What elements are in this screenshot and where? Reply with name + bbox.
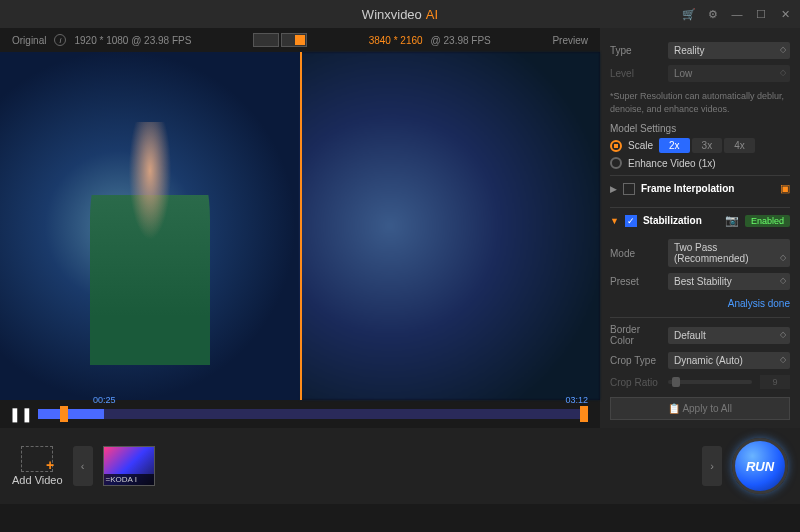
output-resolution: 3840 * 2160: [369, 35, 423, 46]
info-icon[interactable]: i: [54, 34, 66, 46]
apply-all-button[interactable]: 📋 Apply to All: [610, 397, 790, 420]
timeline-end-handle[interactable]: [580, 406, 588, 422]
maximize-icon[interactable]: ☐: [754, 7, 768, 21]
compare-divider[interactable]: [300, 52, 302, 400]
app-suffix: AI: [426, 7, 438, 22]
model-settings-label: Model Settings: [610, 123, 790, 134]
crop-select[interactable]: Dynamic (Auto): [668, 352, 790, 369]
level-select: Low: [668, 65, 790, 82]
scale-2x[interactable]: 2x: [659, 138, 690, 153]
stabilization-header[interactable]: ▼ Stabilization 📷 Enabled: [610, 207, 790, 233]
cart-icon[interactable]: 🛒: [682, 7, 696, 21]
timeline-scrubber[interactable]: 00:25 03:12: [38, 409, 588, 419]
scale-4x[interactable]: 4x: [724, 138, 755, 153]
time-total: 03:12: [565, 395, 588, 405]
video-preview[interactable]: [0, 52, 600, 400]
stabilization-title: Stabilization: [643, 215, 719, 226]
ratio-slider: [668, 380, 752, 384]
frame-interp-header[interactable]: ▶ Frame Interpolation ▣: [610, 175, 790, 201]
chevron-down-icon: ▼: [610, 216, 619, 226]
input-resolution: 1920 * 1080 @ 23.98 FPS: [74, 35, 191, 46]
ratio-label: Crop Ratio: [610, 377, 660, 388]
border-label: Border Color: [610, 324, 660, 346]
camera-icon: 📷: [725, 214, 739, 227]
analysis-status: Analysis done: [610, 298, 790, 309]
level-label: Level: [610, 68, 660, 79]
time-current: 00:25: [93, 395, 116, 405]
preview-label: Preview: [552, 35, 588, 46]
compare-mode-b[interactable]: [281, 33, 307, 47]
apply-icon: 📋: [668, 403, 680, 414]
enabled-badge: Enabled: [745, 215, 790, 227]
app-name: Winxvideo: [362, 7, 422, 22]
enhance-label: Enhance Video (1x): [628, 158, 716, 169]
output-fps: @ 23.98 FPS: [431, 35, 491, 46]
preset-label: Preset: [610, 276, 660, 287]
enhance-radio[interactable]: [610, 157, 622, 169]
add-video-label: Add Video: [12, 474, 63, 486]
thumb-prev-button[interactable]: ‹: [73, 446, 93, 486]
type-label: Type: [610, 45, 660, 56]
chevron-right-icon: ▶: [610, 184, 617, 194]
timeline-start-handle[interactable]: [60, 406, 68, 422]
original-label: Original: [12, 35, 46, 46]
frame-interp-icon: ▣: [780, 182, 790, 195]
gear-icon[interactable]: ⚙: [706, 7, 720, 21]
stabilization-checkbox[interactable]: [625, 215, 637, 227]
run-button[interactable]: RUN: [732, 438, 788, 494]
thumb-label: =KODA I: [104, 474, 154, 485]
type-select[interactable]: Reality: [668, 42, 790, 59]
frame-interp-checkbox[interactable]: [623, 183, 635, 195]
mode-label: Mode: [610, 248, 660, 259]
close-icon[interactable]: ✕: [778, 7, 792, 21]
thumb-next-button[interactable]: ›: [702, 446, 722, 486]
preset-select[interactable]: Best Stability: [668, 273, 790, 290]
crop-label: Crop Type: [610, 355, 660, 366]
add-video-icon: [21, 446, 53, 472]
ratio-value: 9: [760, 375, 790, 389]
scale-3x[interactable]: 3x: [692, 138, 723, 153]
add-video-button[interactable]: Add Video: [12, 446, 63, 486]
video-thumbnail[interactable]: =KODA I: [103, 446, 155, 486]
minimize-icon[interactable]: —: [730, 7, 744, 21]
compare-mode-a[interactable]: [253, 33, 279, 47]
pause-button[interactable]: ❚❚: [12, 405, 30, 423]
border-select[interactable]: Default: [668, 327, 790, 344]
mode-select[interactable]: Two Pass (Recommended): [668, 239, 790, 267]
scale-radio[interactable]: [610, 140, 622, 152]
scale-label: Scale: [628, 140, 653, 151]
frame-interp-title: Frame Interpolation: [641, 183, 774, 194]
hint-text: *Super Resolution can automatically debl…: [610, 90, 790, 115]
